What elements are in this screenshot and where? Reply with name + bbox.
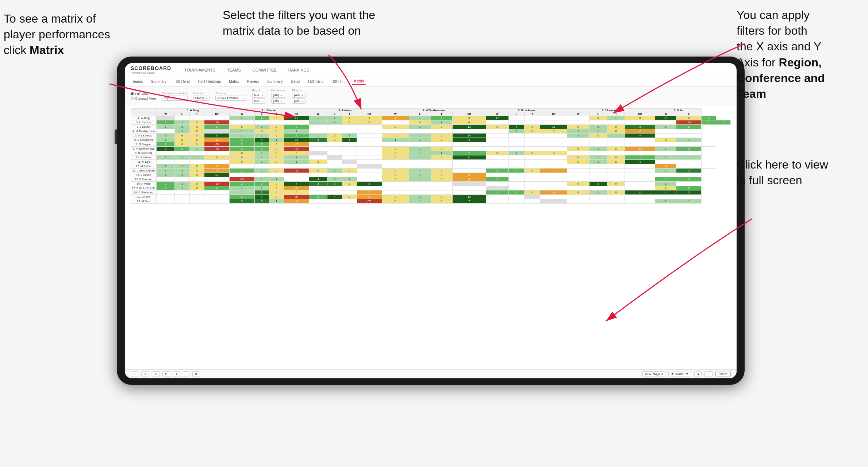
cell-19-17 — [508, 199, 524, 204]
division-label: Division — [215, 92, 246, 95]
cell-3-18: 0 — [525, 129, 540, 134]
nav-committee[interactable]: COMMITTEE — [250, 66, 279, 74]
cell-1-22 — [607, 120, 625, 125]
players-value-1: (All) — [294, 93, 300, 97]
cell-12-1: 1 — [175, 169, 189, 173]
cell-4-21: 0 — [589, 134, 607, 138]
zoom-out-btn[interactable]: − — [183, 371, 190, 377]
row-name-6: 7. G Sargent — [131, 142, 157, 147]
watch-btn[interactable]: 👁 Watch ▼ — [668, 371, 691, 377]
tablet-screen: SCOREBOARD Powered by clippd TOURNAMENTS… — [125, 63, 737, 378]
cell-8-1 — [175, 151, 189, 155]
cell-3-21: 1 — [589, 129, 607, 134]
cell-17-6: 0 — [269, 190, 284, 195]
cell-11-8 — [309, 164, 327, 169]
cell-9-11 — [357, 155, 382, 160]
players-select-1[interactable]: (All) ▼ — [292, 93, 306, 98]
cell-2-18: 0 — [525, 125, 540, 129]
cell-12-10: 0 — [342, 169, 357, 173]
cell-9-2: 1 — [189, 155, 204, 160]
nav-teams[interactable]: TEAMS — [225, 66, 243, 74]
compact-view-option[interactable]: Compact View — [131, 97, 156, 100]
nav-tournaments[interactable]: TOURNAMENTS — [182, 66, 218, 74]
cell-1-10: 0 — [342, 120, 357, 125]
division-select[interactable]: NCAA Division I ▼ — [215, 96, 246, 101]
subnav-h2h-heatmap[interactable]: H2H Heatmap — [196, 79, 222, 84]
cell-6-4: 2 — [229, 142, 254, 147]
cell-19-3 — [204, 199, 230, 204]
compact-view-radio[interactable] — [131, 97, 134, 100]
zoom-fit-btn[interactable]: ⊡ — [162, 371, 170, 377]
cell-5-3: -14 — [204, 138, 230, 142]
cell-11-6 — [269, 164, 284, 169]
subnav-teams[interactable]: Teams — [131, 79, 144, 84]
cell-19-23 — [625, 199, 655, 204]
cell-16-19 — [540, 186, 567, 190]
col-header-7: 7. G Sa — [655, 109, 702, 112]
cell-10-24 — [655, 160, 676, 164]
nav-rankings[interactable]: RANKINGS — [286, 66, 311, 74]
cell-17-10 — [342, 190, 357, 195]
cell-10-19 — [540, 160, 567, 164]
redo-btn[interactable]: ↪ — [141, 371, 149, 377]
cell-0-12: -2 — [382, 116, 409, 120]
cell-13-7 — [284, 173, 309, 177]
conference-select-1[interactable]: (All) ▼ — [271, 93, 286, 98]
subnav-detail[interactable]: Detail — [289, 79, 302, 84]
fullscreen-btn[interactable]: ⛶ — [704, 371, 713, 377]
cell-10-18 — [525, 160, 540, 164]
subnav-h2h-grid[interactable]: H2H Grid — [173, 79, 191, 84]
col-header-4: 4. M Thorbjornsen — [382, 109, 486, 112]
zoom-in-btn[interactable]: + — [173, 371, 180, 377]
cell-2-13: 1 — [409, 125, 431, 129]
gender-label: Gender — [193, 92, 210, 95]
watch-arrow: ▼ — [685, 372, 689, 376]
share-btn[interactable]: Share — [715, 371, 731, 377]
view-original-btn[interactable]: View: Original — [642, 371, 665, 377]
cell-8-20 — [567, 151, 589, 155]
cell-9-15: 11 — [452, 155, 486, 160]
subnav-h2h-h[interactable]: H2H H... — [330, 79, 347, 84]
screen-content: SCOREBOARD Powered by clippd TOURNAMENTS… — [125, 63, 737, 378]
cell-11-10 — [342, 164, 357, 169]
cell-9-13: 1 — [409, 155, 431, 160]
subnav-matrix[interactable]: Matrix — [227, 79, 240, 84]
max-players-select[interactable]: Top 25 ▼ — [162, 96, 188, 101]
cell-15-18 — [525, 182, 540, 186]
max-players-value: Top 25 — [164, 96, 174, 100]
subnav-matrix-active[interactable]: Matrix — [352, 78, 365, 85]
region-select-1[interactable]: N/A ▼ — [252, 93, 265, 98]
full-view-option[interactable]: Full View — [131, 92, 156, 96]
refresh-btn[interactable]: ↺ — [152, 371, 160, 377]
cell-15-22: 0 — [607, 182, 625, 186]
cell-19-2 — [189, 199, 204, 204]
cell-10-2 — [189, 160, 204, 164]
cell-16-3: 2 — [204, 186, 230, 190]
subnav-players[interactable]: Players — [246, 79, 261, 84]
gender-select[interactable]: Men's ▼ — [193, 96, 210, 101]
cell-2-14: 0 — [431, 125, 452, 129]
cell-15-24: 1 — [655, 182, 676, 186]
region-select-2[interactable]: N/A ▼ — [252, 99, 265, 104]
cell-3-16 — [486, 129, 508, 134]
subnav-summary2[interactable]: Summary — [266, 79, 284, 84]
subnav-summary[interactable]: Summary — [149, 79, 168, 84]
sh-t4: T — [431, 112, 452, 116]
cell-6-23 — [625, 142, 655, 147]
cell-18-2 — [189, 195, 204, 199]
share-icon-btn[interactable]: ⬗ — [694, 371, 702, 377]
cell-4-5: 1 — [254, 134, 269, 138]
cell-16-11 — [357, 186, 382, 190]
region-label: Region — [252, 89, 265, 92]
full-view-radio[interactable] — [131, 92, 134, 95]
cell-11-14 — [431, 164, 452, 169]
players-select-2[interactable]: (All) ▼ — [292, 99, 306, 104]
cell-13-13: 1 — [409, 173, 431, 177]
subnav-h2h-grid2[interactable]: H2H Grid — [307, 79, 325, 84]
cell-16-9 — [327, 186, 342, 190]
settings-btn[interactable]: ⚙ — [192, 371, 200, 377]
cell-17-17: 2 — [508, 190, 524, 195]
cell-18-12: 0 — [382, 195, 409, 199]
undo-btn[interactable]: ↩ — [131, 371, 138, 377]
conference-select-2[interactable]: (All) ▼ — [271, 99, 286, 104]
